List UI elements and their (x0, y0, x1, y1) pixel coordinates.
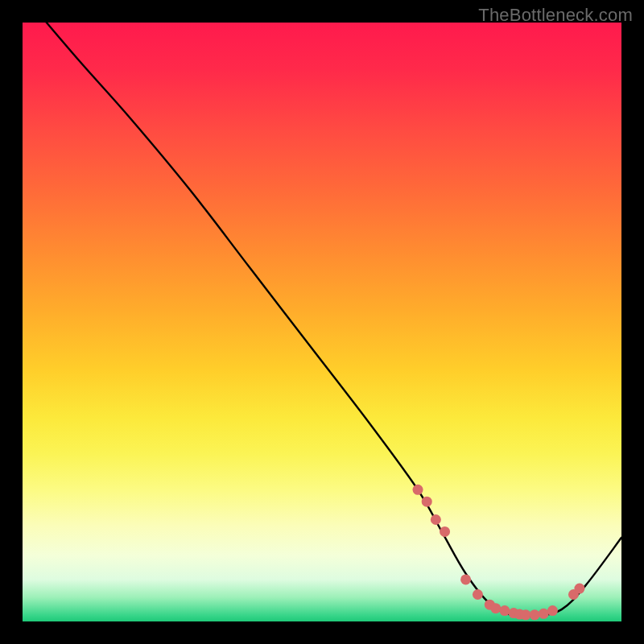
scatter-point (490, 603, 501, 613)
scatter-point (530, 609, 540, 620)
chart-svg (23, 23, 621, 621)
scatter-point (413, 485, 423, 495)
scatter-point (440, 526, 450, 537)
scatter-point (422, 497, 432, 507)
main-curve (47, 23, 621, 617)
chart-plot-area (23, 23, 621, 621)
scatter-point (431, 514, 441, 525)
watermark-text: TheBottleneck.com (478, 5, 633, 26)
scatter-point (574, 584, 584, 594)
scatter-points (413, 485, 585, 620)
scatter-point (473, 589, 483, 600)
scatter-point (547, 605, 558, 616)
scatter-point (539, 609, 549, 619)
scatter-point (460, 574, 471, 584)
scatter-point (520, 609, 530, 620)
scatter-point (499, 605, 510, 616)
